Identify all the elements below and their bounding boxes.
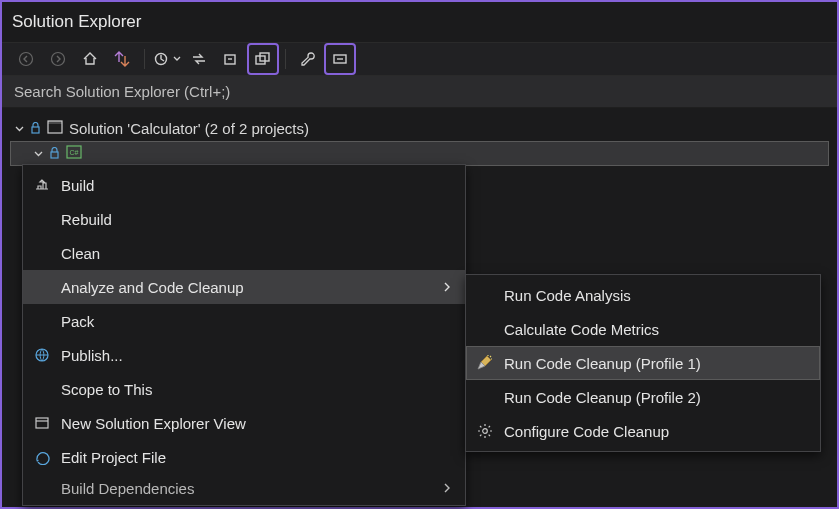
submenu-arrow-icon	[439, 483, 455, 493]
build-icon	[23, 177, 61, 193]
submenu-arrow-icon	[439, 282, 455, 292]
toolbar	[2, 42, 837, 76]
svg-rect-10	[51, 152, 58, 158]
sync-button[interactable]	[185, 45, 213, 73]
menu-item-publish[interactable]: Publish...	[23, 338, 465, 372]
menu-item-build-deps[interactable]: Build Dependencies	[23, 474, 465, 502]
home-button[interactable]	[76, 45, 104, 73]
submenu-analyze-cleanup: Run Code Analysis Calculate Code Metrics…	[465, 274, 821, 452]
switch-views-button[interactable]	[108, 45, 136, 73]
menu-label: Publish...	[61, 347, 455, 364]
menu-item-edit-project[interactable]: Edit Project File	[23, 440, 465, 474]
menu-label: Edit Project File	[61, 449, 455, 466]
menu-label: Pack	[61, 313, 455, 330]
menu-label: Calculate Code Metrics	[504, 321, 810, 338]
svg-point-1	[52, 53, 65, 66]
submenu-item-cleanup-profile2[interactable]: Run Code Cleanup (Profile 2)	[466, 380, 820, 414]
menu-label: Build Dependencies	[61, 480, 439, 497]
svg-rect-9	[48, 121, 62, 124]
forward-button[interactable]	[44, 45, 72, 73]
svg-point-0	[20, 53, 33, 66]
submenu-item-run-analysis[interactable]: Run Code Analysis	[466, 278, 820, 312]
menu-label: Run Code Analysis	[504, 287, 810, 304]
submenu-item-cleanup-profile1[interactable]: Run Code Cleanup (Profile 1)	[466, 346, 820, 380]
svg-point-15	[483, 429, 488, 434]
menu-item-build[interactable]: Build	[23, 168, 465, 202]
menu-label: Run Code Cleanup (Profile 2)	[504, 389, 810, 406]
svg-rect-14	[36, 418, 48, 428]
svg-rect-7	[32, 127, 39, 133]
menu-item-analyze-cleanup[interactable]: Analyze and Code Cleanup	[23, 270, 465, 304]
menu-label: Run Code Cleanup (Profile 1)	[504, 355, 810, 372]
tree: Solution 'Calculator' (2 of 2 projects) …	[2, 108, 837, 166]
panel-title: Solution Explorer	[2, 10, 837, 42]
svg-text:C#: C#	[70, 149, 79, 156]
new-view-icon	[23, 415, 61, 431]
solution-icon	[47, 120, 63, 137]
properties-button[interactable]	[294, 45, 322, 73]
panel-grip[interactable]	[8, 4, 831, 8]
menu-item-scope[interactable]: Scope to This	[23, 372, 465, 406]
submenu-item-configure-cleanup[interactable]: Configure Code Cleanup	[466, 414, 820, 448]
toolbar-separator	[285, 49, 286, 69]
lock-icon	[30, 120, 41, 137]
menu-item-new-view[interactable]: New Solution Explorer View	[23, 406, 465, 440]
menu-label: Configure Code Cleanup	[504, 423, 810, 440]
submenu-item-metrics[interactable]: Calculate Code Metrics	[466, 312, 820, 346]
context-menu: Build Rebuild Clean Analyze and Code Cle…	[22, 164, 466, 506]
menu-item-pack[interactable]: Pack	[23, 304, 465, 338]
collapse-all-button[interactable]	[217, 45, 245, 73]
menu-item-rebuild[interactable]: Rebuild	[23, 202, 465, 236]
lock-icon	[49, 145, 60, 162]
gear-icon	[466, 423, 504, 439]
preview-selected-button[interactable]	[326, 45, 354, 73]
solution-node[interactable]: Solution 'Calculator' (2 of 2 projects)	[10, 116, 829, 141]
menu-label: Clean	[61, 245, 455, 262]
toolbar-separator	[144, 49, 145, 69]
csharp-project-icon: C#	[66, 145, 82, 162]
menu-label: Scope to This	[61, 381, 455, 398]
project-node[interactable]: C#	[10, 141, 829, 166]
menu-label: Build	[61, 177, 455, 194]
publish-icon	[23, 347, 61, 363]
menu-label: Analyze and Code Cleanup	[61, 279, 439, 296]
menu-label: New Solution Explorer View	[61, 415, 455, 432]
solution-label: Solution 'Calculator' (2 of 2 projects)	[69, 120, 309, 137]
search-input[interactable]: Search Solution Explorer (Ctrl+;)	[2, 76, 837, 108]
menu-label: Rebuild	[61, 211, 455, 228]
show-all-files-button[interactable]	[249, 45, 277, 73]
chevron-down-icon	[33, 149, 43, 158]
chevron-down-icon	[14, 124, 24, 133]
back-button[interactable]	[12, 45, 40, 73]
menu-item-clean[interactable]: Clean	[23, 236, 465, 270]
broom-icon	[466, 354, 504, 372]
edit-icon	[23, 449, 61, 465]
pending-changes-filter-button[interactable]	[153, 45, 181, 73]
